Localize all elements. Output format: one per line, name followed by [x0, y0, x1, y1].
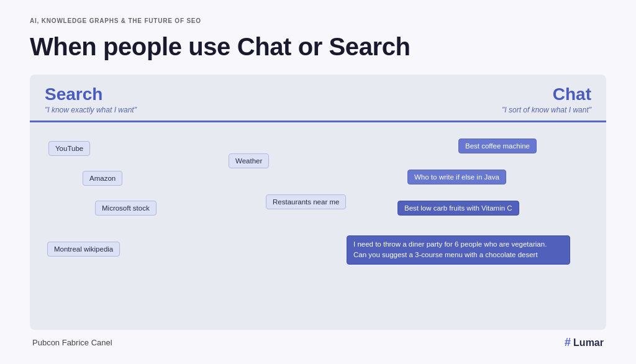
logo-hash: #	[565, 336, 571, 349]
chip-microsoft-stock: Microsoft stock	[95, 201, 157, 216]
slide: AI, KNOWLEDGE GRAPHS & THE FUTURE OF SEO…	[0, 0, 636, 364]
chip-write-if-else: Who to write if else in Java	[407, 170, 506, 184]
chip-best-coffee: Best coffee machine	[458, 139, 537, 153]
diagram-container: Search "I know exactly what I want" Chat…	[30, 75, 606, 330]
chip-montreal: Montreal wikipedia	[47, 242, 120, 257]
search-subtitle: "I know exactly what I want"	[45, 106, 137, 114]
chip-weather: Weather	[229, 153, 269, 168]
chip-restaurants: Restaurants near me	[266, 194, 346, 209]
top-label: AI, KNOWLEDGE GRAPHS & THE FUTURE OF SEO	[30, 17, 606, 24]
logo-text: Lumar	[573, 337, 604, 348]
footer-author: Pubcon Fabrice Canel	[32, 338, 112, 347]
search-title: Search	[45, 84, 137, 104]
chip-low-carb: Best low carb fruits with Vitamin C	[398, 201, 519, 216]
chat-title: Chat	[502, 84, 591, 104]
diagram-body: YouTube Amazon Microsoft stock Montreal …	[30, 122, 606, 315]
chip-youtube: YouTube	[48, 141, 90, 156]
chat-subtitle: "I sort of know what I want"	[502, 106, 591, 114]
chat-header: Chat "I sort of know what I want"	[502, 84, 591, 114]
chip-amazon: Amazon	[83, 171, 122, 186]
main-title: When people use Chat or Search	[30, 33, 606, 61]
search-header: Search "I know exactly what I want"	[45, 84, 137, 114]
footer-logo: # Lumar	[565, 336, 604, 349]
chip-diner-party: I need to throw a diner party for 6 peop…	[347, 235, 570, 265]
diagram-header: Search "I know exactly what I want" Chat…	[30, 75, 606, 114]
footer: Pubcon Fabrice Canel # Lumar	[30, 336, 606, 349]
